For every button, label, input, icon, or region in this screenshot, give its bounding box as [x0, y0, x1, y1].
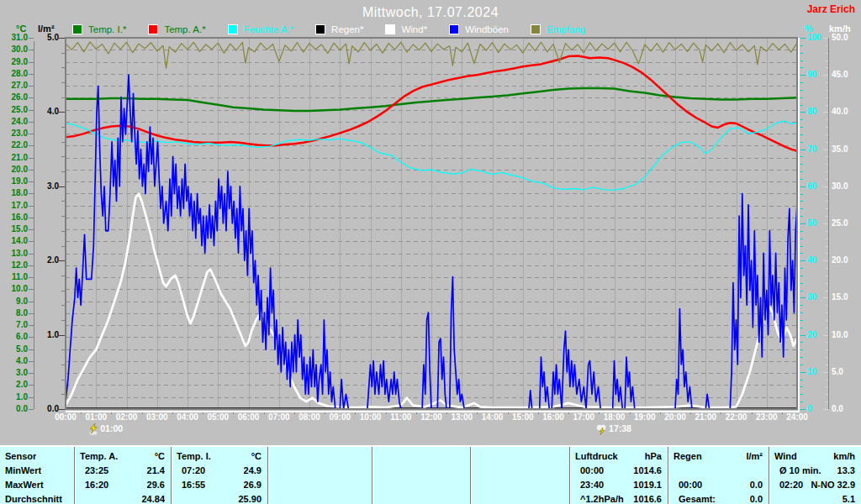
temp-axis-label: 27.0	[5, 81, 28, 90]
event-marker-01-00: 01:00	[88, 423, 123, 438]
x-axis-label: 18:00	[600, 412, 630, 422]
stats-sensor-unit: °C	[155, 449, 165, 464]
weather-chart	[0, 0, 861, 445]
humidity-axis-label: 30	[807, 293, 816, 302]
stats-time-value: 07:20	[182, 464, 205, 478]
stats-data-value: 1019.1	[633, 478, 662, 492]
temp-axis-label: 10.0	[5, 285, 28, 293]
temp-axis-label: 19.0	[5, 177, 28, 186]
temp-axis-label: 30.0	[5, 45, 28, 54]
rain-axis-label: 1.0	[39, 331, 59, 339]
stats-data-value: 1016.6	[633, 492, 662, 504]
stats-row-labels-column: SensorMinWertMaxWertDurchschnitt	[0, 447, 74, 504]
rain-axis-label: 5.0	[39, 34, 59, 42]
rain-axis-label: 3.0	[39, 182, 59, 191]
stats-column-regen: Regenl/m²00:000.0Gesamt:0.0	[668, 447, 769, 504]
temp-axis-label: 4.0	[5, 357, 28, 365]
x-axis-label: 21:00	[690, 412, 721, 422]
humidity-axis-label: 10	[807, 368, 816, 376]
wind-axis-label: 40.0	[832, 108, 848, 116]
temp-axis-label: 12.0	[5, 261, 28, 270]
humidity-axis-label: 70	[807, 145, 816, 154]
wind-axis-label: 45.0	[832, 71, 848, 79]
stats-data-value: 5.1	[843, 492, 855, 504]
stats-data-value: 25.90	[238, 492, 261, 504]
stats-data-value: 24.9	[244, 464, 261, 478]
x-axis-label: 10:00	[356, 412, 386, 422]
wind-axis-label: 50.0	[832, 34, 848, 42]
stats-time-value: 00:00	[679, 478, 702, 492]
stats-sensor-name: Luftdruck	[575, 449, 618, 464]
event-marker-time: 01:00	[100, 423, 123, 434]
sensor-stats-table: SensorMinWertMaxWertDurchschnittTemp. A.…	[0, 445, 861, 504]
temp-axis-label: 11.0	[5, 273, 28, 281]
stats-data-value: 21.4	[147, 464, 165, 478]
wind-axis-label: 0.0	[832, 405, 843, 413]
x-axis-label: 03:00	[142, 412, 172, 422]
stats-column-empty-3	[372, 447, 471, 504]
stats-data-value: 0.0	[750, 492, 763, 504]
temp-axis-label: 13.0	[5, 249, 28, 258]
wind-axis-label: 30.0	[832, 182, 848, 191]
temp-axis-label: 5.0	[5, 345, 28, 354]
x-axis-label: 16:00	[538, 412, 568, 422]
temp-axis-label: 16.0	[5, 213, 28, 222]
stats-time-value: ^1.2hPa/h	[580, 492, 624, 504]
x-axis-label: 20:00	[660, 412, 690, 422]
stats-sensor-name: Regen	[673, 449, 702, 464]
wind-axis-label: 15.0	[832, 293, 848, 302]
stats-sensor-name: Wind	[774, 449, 797, 464]
stats-column-temp-i-: Temp. I.°C07:2024.916:5526.925.90	[171, 447, 268, 504]
stats-sensor-name: Temp. A.	[80, 449, 118, 464]
stats-sensor-unit: hPa	[645, 449, 662, 464]
stats-time-value: 02:20	[779, 478, 803, 492]
rain-axis-label: 4.0	[39, 108, 59, 116]
stats-data-value: 1014.6	[633, 464, 662, 478]
x-axis-label: 22:00	[721, 412, 752, 422]
stats-time-value: 16:20	[85, 478, 108, 492]
stats-row-label: MaxWert	[5, 478, 44, 492]
temp-axis-label: 23.0	[5, 129, 28, 138]
x-axis-label: 09:00	[325, 412, 355, 422]
rain-axis-label: 2.0	[39, 256, 59, 265]
temp-axis-label: 17.0	[5, 202, 28, 210]
x-axis-label: 13:00	[446, 412, 477, 422]
stats-column-empty-4	[470, 447, 570, 504]
temp-axis-label: 28.0	[5, 70, 28, 78]
stats-column-wind: Windkm/hØ 10 min.13.302:20N-NO 32.95.1	[769, 447, 861, 504]
x-axis-label: 15:00	[508, 412, 538, 422]
stats-time-value: 23:25	[85, 464, 108, 478]
humidity-axis-label: 40	[807, 256, 816, 265]
stats-time-value: 23:40	[580, 478, 604, 492]
temp-axis-label: 24.0	[5, 118, 28, 126]
stats-data-value: 0.0	[750, 478, 763, 492]
x-axis-label: 06:00	[234, 412, 264, 422]
humidity-axis-label: 80	[807, 108, 816, 116]
temp-axis-label: 3.0	[5, 369, 28, 377]
wind-axis-label: 25.0	[832, 219, 848, 228]
wind-axis-label: 20.0	[832, 256, 848, 265]
stats-time-value: Gesamt:	[679, 492, 716, 504]
x-axis-label: 04:00	[172, 412, 203, 422]
x-axis-label: 05:00	[203, 412, 233, 422]
x-axis-label: 12:00	[416, 412, 446, 422]
wind-axis-label: 35.0	[832, 145, 848, 154]
stats-time-value: Ø 10 min.	[779, 464, 821, 478]
stats-data-value: 29.6	[147, 478, 165, 492]
x-axis-label: 17:00	[568, 412, 599, 422]
lightning-icon	[88, 423, 99, 438]
stats-column-luftdruck: LuftdruckhPa00:001014.623:401019.1^1.2hP…	[569, 447, 668, 504]
stats-sensor-unit: km/h	[833, 449, 855, 464]
temp-axis-label: 1.0	[5, 393, 28, 402]
stats-time-value: 16:55	[182, 478, 205, 492]
stats-column-temp-a-: Temp. A.°C23:2521.416:2029.624.84	[74, 447, 172, 504]
stats-row-label: Durchschnitt	[5, 492, 62, 504]
wind-axis-label: 5.0	[832, 368, 843, 376]
temp-axis-label: 15.0	[5, 225, 28, 234]
x-axis-label: 14:00	[478, 412, 508, 422]
x-axis-label: 24:00	[782, 412, 812, 422]
x-axis-label: 11:00	[386, 412, 416, 422]
humidity-axis-label: 60	[807, 182, 816, 191]
temp-axis-label: 18.0	[5, 189, 28, 197]
stats-sensor-unit: l/m²	[746, 449, 763, 464]
